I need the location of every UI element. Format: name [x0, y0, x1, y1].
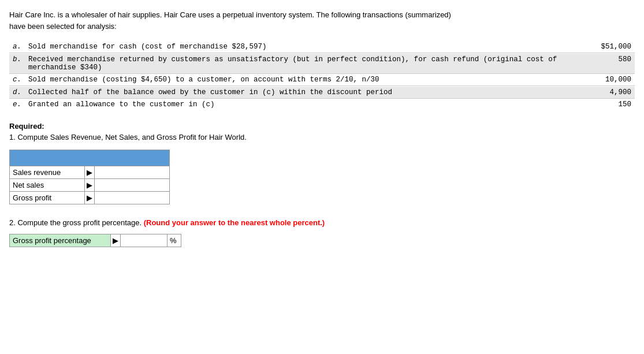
- question2-highlight: (Round your answer to the nearest whole …: [144, 218, 325, 227]
- q1-input-table: Sales revenue ▶ Net sales ▶ Gross profit…: [9, 150, 170, 204]
- gpp-input-cell[interactable]: [121, 234, 167, 247]
- gross-profit-input-cell[interactable]: [95, 192, 170, 204]
- transaction-letter-3: d.: [9, 87, 25, 99]
- transaction-row-a: a.Sold merchandise for cash (cost of mer…: [9, 41, 635, 53]
- sales-revenue-row: Sales revenue ▶: [10, 166, 170, 179]
- transaction-desc-0: Sold merchandise for cash (cost of merch…: [25, 41, 589, 53]
- net-sales-input-cell[interactable]: [95, 179, 170, 192]
- transactions-table: a.Sold merchandise for cash (cost of mer…: [9, 41, 635, 110]
- transaction-letter-2: c.: [9, 74, 25, 86]
- sales-revenue-input[interactable]: [95, 166, 169, 178]
- gpp-table: Gross profit percentage ▶ %: [9, 234, 181, 247]
- gross-profit-input[interactable]: [95, 192, 169, 204]
- sales-revenue-input-cell[interactable]: [95, 166, 170, 179]
- net-sales-marker: ▶: [85, 179, 95, 192]
- transaction-desc-3: Collected half of the balance owed by th…: [25, 87, 589, 99]
- question1-text: 1. Compute Sales Revenue, Net Sales, and…: [9, 133, 635, 141]
- gpp-input[interactable]: [121, 234, 167, 247]
- transaction-letter-4: e.: [9, 99, 25, 110]
- transaction-row-e: e.Granted an allowance to the customer i…: [9, 99, 635, 110]
- gpp-marker: ▶: [111, 234, 121, 247]
- gross-profit-label: Gross profit: [10, 192, 85, 204]
- net-sales-label: Net sales: [10, 179, 85, 192]
- gross-profit-row: Gross profit ▶: [10, 192, 170, 204]
- transaction-row-d: d.Collected half of the balance owed by …: [9, 87, 635, 99]
- gpp-label: Gross profit percentage: [10, 234, 111, 247]
- table-header-cell: [10, 150, 170, 166]
- transaction-row-b: b.Received merchandise returned by custo…: [9, 54, 635, 74]
- transaction-amount-4: 150: [589, 99, 635, 110]
- question2-text: 2. Compute the gross profit percentage. …: [9, 218, 635, 227]
- transaction-amount-3: 4,900: [589, 87, 635, 99]
- transaction-row-c: c.Sold merchandise (costing $4,650) to a…: [9, 74, 635, 86]
- gpp-row: Gross profit percentage ▶ %: [10, 234, 181, 247]
- gpp-percent: %: [167, 234, 181, 247]
- question2-section: 2. Compute the gross profit percentage. …: [9, 218, 635, 227]
- transaction-amount-1: 580: [589, 54, 635, 74]
- transaction-letter-0: a.: [9, 41, 25, 53]
- question2-label: 2. Compute the gross profit percentage.: [9, 218, 142, 227]
- transaction-amount-0: $51,000: [589, 41, 635, 53]
- required-label: Required:: [9, 122, 635, 131]
- sales-revenue-marker: ▶: [85, 166, 95, 179]
- net-sales-input[interactable]: [95, 179, 169, 191]
- intro-line2: have been selected for analysis:: [9, 22, 117, 31]
- intro-paragraph: Hair Care Inc. is a wholesaler of hair s…: [9, 9, 529, 32]
- table-header-row: [10, 150, 170, 166]
- net-sales-row: Net sales ▶: [10, 179, 170, 192]
- intro-line1: Hair Care Inc. is a wholesaler of hair s…: [9, 10, 451, 19]
- sales-revenue-label: Sales revenue: [10, 166, 85, 179]
- transaction-desc-2: Sold merchandise (costing $4,650) to a c…: [25, 74, 589, 86]
- transaction-letter-1: b.: [9, 54, 25, 74]
- required-section: Required: 1. Compute Sales Revenue, Net …: [9, 122, 635, 141]
- transaction-amount-2: 10,000: [589, 74, 635, 86]
- transaction-desc-4: Granted an allowance to the customer in …: [25, 99, 589, 110]
- gross-profit-marker: ▶: [85, 192, 95, 204]
- transaction-desc-1: Received merchandise returned by custome…: [25, 54, 589, 74]
